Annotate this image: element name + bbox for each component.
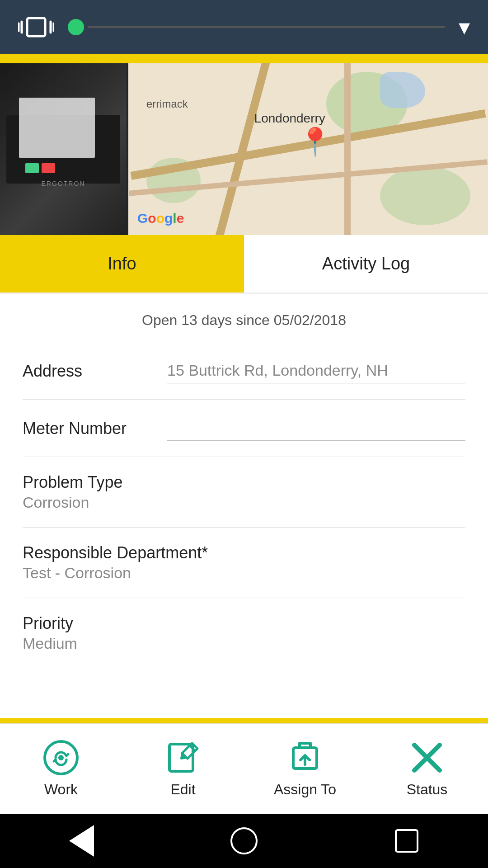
ergotron-label: ERGOTRON: [42, 180, 85, 187]
tab-activity-log[interactable]: Activity Log: [244, 235, 488, 292]
recent-icon: [395, 829, 418, 853]
sticky-notes: [25, 163, 55, 173]
assign-to-icon: [287, 740, 323, 776]
responsible-dept-label: Responsible Department*: [23, 543, 465, 562]
status-button[interactable]: Status: [366, 724, 488, 814]
volume-dot: [68, 19, 84, 35]
map-label-london: Londonderry: [254, 111, 325, 126]
water-area: [380, 72, 425, 108]
nav-bar: [0, 814, 488, 868]
edit-icon: [165, 740, 201, 776]
assign-to-button[interactable]: Assign To: [244, 724, 366, 814]
action-bar-wrapper: Work Edit Assign To: [0, 718, 488, 814]
chevron-down-icon[interactable]: ▾: [459, 16, 470, 38]
responsible-dept-value: Test - Corrosion: [23, 564, 465, 582]
sticky-note-red: [42, 163, 55, 173]
green-area-3: [380, 166, 470, 225]
address-field: Address: [23, 342, 465, 400]
map-background: errimack Londonderry 📍 Google: [128, 63, 488, 235]
problem-type-field: Problem Type Corrosion: [23, 457, 465, 528]
map-label-merrimack: errimack: [146, 98, 188, 110]
priority-label: Priority: [23, 614, 465, 633]
nav-back-button[interactable]: [63, 823, 99, 859]
responsible-dept-field: Responsible Department* Test - Corrosion: [23, 528, 465, 598]
meter-number-input[interactable]: [167, 415, 465, 441]
yellow-accent-bar: [0, 54, 488, 63]
svg-point-6: [58, 755, 64, 760]
vibrate-icon: [18, 14, 54, 41]
status-icon: [409, 740, 445, 776]
volume-track: [88, 26, 445, 28]
problem-type-label: Problem Type: [23, 473, 465, 492]
back-icon: [69, 825, 94, 857]
address-input[interactable]: [167, 358, 465, 383]
meter-number-label: Meter Number: [23, 415, 167, 438]
content-area: Open 13 days since 05/02/2018 Address Me…: [0, 294, 488, 668]
desk-photo[interactable]: ERGOTRON: [0, 63, 127, 235]
open-days-text: Open 13 days since 05/02/2018: [23, 294, 465, 342]
address-label: Address: [23, 358, 167, 381]
work-label: Work: [44, 781, 78, 798]
desk-image-bg: ERGOTRON: [0, 63, 127, 235]
status-label: Status: [407, 781, 448, 798]
work-icon: [43, 740, 79, 776]
action-bar: Work Edit Assign To: [0, 723, 488, 814]
sticky-note-green: [25, 163, 39, 173]
priority-field: Priority Medium: [23, 598, 465, 668]
priority-value: Medium: [23, 635, 465, 652]
assign-to-label: Assign To: [274, 781, 336, 798]
tabs-section: Info Activity Log: [0, 235, 488, 294]
map-container[interactable]: errimack Londonderry 📍 Google: [128, 63, 488, 235]
google-logo: Google: [137, 211, 184, 226]
svg-rect-0: [27, 18, 45, 36]
nav-recent-button[interactable]: [389, 823, 425, 859]
nav-home-button[interactable]: [226, 823, 262, 859]
images-section: ERGOTRON errimack Londonderry 📍 Google: [0, 63, 488, 235]
road-4: [344, 63, 351, 235]
work-button[interactable]: Work: [0, 724, 122, 814]
home-icon: [230, 827, 258, 854]
meter-number-field: Meter Number: [23, 400, 465, 457]
edit-button[interactable]: Edit: [122, 724, 244, 814]
status-bar: ▾: [0, 0, 488, 54]
yellow-bar-bottom: [0, 718, 488, 723]
tab-info[interactable]: Info: [0, 235, 244, 292]
volume-control[interactable]: [68, 19, 445, 35]
problem-type-value: Corrosion: [23, 494, 465, 511]
edit-label: Edit: [170, 781, 195, 798]
map-pin: 📍: [298, 128, 332, 156]
